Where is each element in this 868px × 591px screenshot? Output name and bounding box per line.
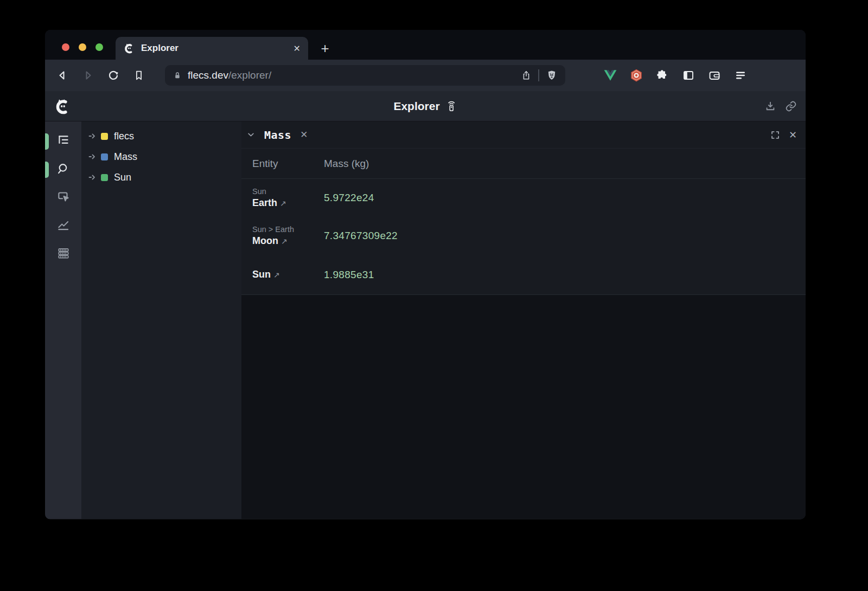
- mass-value: 7.34767309e22: [324, 230, 398, 242]
- tree-item-label: Mass: [114, 151, 137, 163]
- minimize-window-button[interactable]: [79, 43, 86, 51]
- expand-arrow-icon[interactable]: [88, 132, 97, 140]
- table-row: Sun > Earth Moon↗ 7.34767309e22: [241, 217, 806, 255]
- brave-shield-icon[interactable]: [546, 69, 558, 81]
- tree-item-sun[interactable]: Sun: [81, 167, 241, 188]
- address-bar[interactable]: flecs.dev/explorer/: [165, 65, 565, 86]
- query-panel-header: Mass ✕ ✕: [241, 121, 806, 149]
- icon-sidebar: [45, 121, 81, 519]
- reload-button[interactable]: [105, 67, 122, 84]
- mass-value: 1.9885e31: [324, 269, 374, 281]
- tree-item-label: Sun: [114, 172, 131, 183]
- northeast-arrow-icon: ↗: [280, 199, 286, 208]
- download-icon[interactable]: [764, 100, 776, 112]
- close-window-button[interactable]: [62, 43, 69, 51]
- entity-tree-panel: flecs Mass: [81, 121, 241, 519]
- extensions-puzzle-icon[interactable]: [653, 66, 672, 85]
- remote-connection-icon[interactable]: [445, 100, 457, 113]
- sidebar-toggle-icon[interactable]: [679, 66, 698, 85]
- url-domain: flecs.dev: [188, 69, 228, 81]
- northeast-arrow-icon: ↗: [281, 237, 288, 246]
- menu-icon[interactable]: [731, 66, 750, 85]
- inspector-panel-icon[interactable]: [56, 189, 71, 204]
- column-header-entity: Entity: [252, 158, 324, 170]
- entity-parent-path: Sun: [252, 187, 324, 196]
- share-icon[interactable]: [521, 70, 532, 81]
- browser-toolbar: flecs.dev/explorer/: [45, 60, 806, 91]
- traffic-lights: [62, 43, 103, 51]
- panel-close-icon[interactable]: ✕: [789, 129, 797, 141]
- main-area: Mass ✕ ✕ Entity Ma: [241, 121, 806, 519]
- entity-color-swatch: [101, 174, 108, 181]
- browser-window: Explorer ✕ +: [45, 30, 806, 519]
- tab-bar: Explorer ✕ +: [45, 30, 806, 60]
- table-row: Sun Earth↗ 5.9722e24: [241, 179, 806, 217]
- search-panel-icon[interactable]: [56, 161, 71, 176]
- flecs-favicon-icon: [123, 43, 134, 54]
- toolbar-divider: [538, 69, 539, 81]
- tab-title: Explorer: [141, 43, 178, 54]
- tree-item-flecs[interactable]: flecs: [81, 126, 241, 146]
- desktop-background: Explorer ✕ +: [0, 0, 868, 591]
- app-header: Explorer: [45, 91, 806, 121]
- chart-panel-icon[interactable]: [56, 217, 71, 233]
- lock-icon: [173, 70, 182, 80]
- expand-arrow-icon[interactable]: [88, 152, 97, 161]
- flecs-logo-icon: [54, 98, 70, 114]
- active-panel-indicator: [45, 133, 49, 150]
- vue-devtools-extension-icon[interactable]: [601, 66, 620, 85]
- northeast-arrow-icon: ↗: [273, 271, 280, 279]
- mass-value: 5.9722e24: [324, 192, 374, 204]
- table-header: Entity Mass (kg): [241, 149, 806, 179]
- hexagon-extension-icon[interactable]: [627, 66, 646, 85]
- query-close-icon[interactable]: ✕: [300, 129, 308, 140]
- entity-link[interactable]: Earth↗: [252, 197, 324, 209]
- column-header-value: Mass (kg): [324, 158, 369, 170]
- forward-button[interactable]: [79, 67, 97, 84]
- back-button[interactable]: [54, 67, 71, 84]
- tree-item-label: flecs: [114, 131, 134, 142]
- zoom-window-button[interactable]: [95, 43, 103, 51]
- new-tab-button[interactable]: +: [317, 41, 333, 57]
- query-title: Mass: [264, 129, 291, 142]
- wallet-icon[interactable]: [705, 66, 724, 85]
- entity-link[interactable]: Moon↗: [252, 235, 324, 247]
- page-title: Explorer: [393, 100, 439, 113]
- memory-panel-icon[interactable]: [56, 246, 71, 261]
- query-results-panel: Mass ✕ ✕ Entity Ma: [241, 121, 806, 295]
- link-icon[interactable]: [785, 100, 797, 112]
- table-row: Sun↗ 1.9885e31: [241, 255, 806, 294]
- url-path: /explorer/: [228, 69, 271, 81]
- tab-close-icon[interactable]: ✕: [293, 43, 301, 54]
- bookmark-icon[interactable]: [130, 67, 148, 84]
- tree-panel-icon[interactable]: [56, 133, 71, 148]
- fullscreen-icon[interactable]: [770, 130, 780, 140]
- entity-parent-path: Sun > Earth: [252, 225, 324, 234]
- url-text: flecs.dev/explorer/: [188, 69, 271, 81]
- content-area: flecs Mass: [45, 121, 806, 519]
- entity-color-swatch: [101, 153, 108, 160]
- entity-color-swatch: [101, 133, 108, 140]
- active-panel-indicator: [45, 162, 49, 178]
- tree-item-mass[interactable]: Mass: [81, 146, 241, 167]
- expand-arrow-icon[interactable]: [88, 173, 97, 182]
- browser-tab-explorer[interactable]: Explorer ✕: [116, 37, 308, 60]
- chevron-down-icon[interactable]: [247, 131, 255, 139]
- entity-link[interactable]: Sun↗: [252, 269, 324, 280]
